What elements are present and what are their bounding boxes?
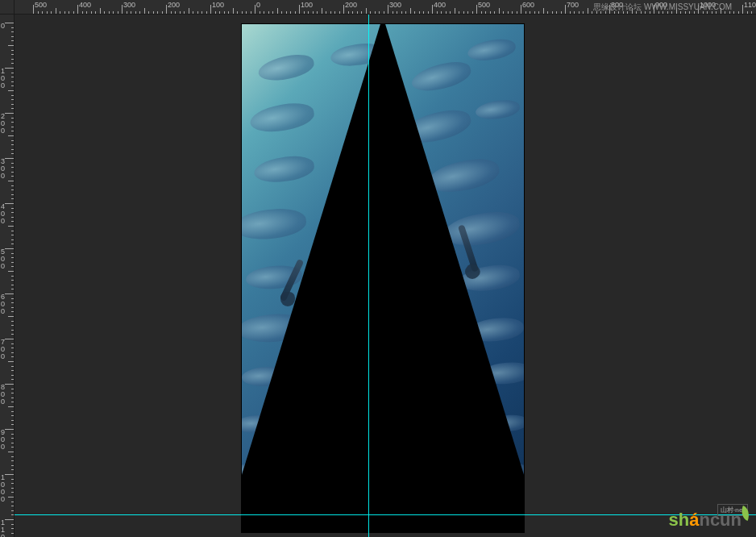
- document-canvas[interactable]: [242, 24, 524, 532]
- ruler-label: 1 1 0 0: [1, 519, 9, 537]
- watermark-top: 思缘设计论坛 WWW.MISSYUAN.COM: [593, 2, 732, 13]
- ruler-label: 500: [478, 1, 490, 9]
- ruler-label: 0: [256, 1, 260, 9]
- ruler-label: 0: [1, 23, 9, 30]
- ruler-label: 200: [168, 1, 180, 9]
- ruler-label: 400: [79, 1, 91, 9]
- vertical-ruler[interactable]: 01 0 02 0 03 0 04 0 05 0 06 0 07 0 08 0 …: [0, 15, 15, 537]
- ruler-label: 8 0 0: [1, 384, 9, 406]
- ruler-label: 1100: [744, 1, 756, 9]
- vertical-guide[interactable]: [368, 15, 369, 537]
- ruler-label: 4 0 0: [1, 203, 9, 225]
- triangle-shape-layer: [242, 24, 524, 532]
- ruler-label: 1 0 0: [1, 68, 9, 90]
- ruler-label: 100: [301, 1, 313, 9]
- ruler-corner: [0, 0, 15, 15]
- ruler-label: 600: [522, 1, 534, 9]
- ruler-label: 2 0 0: [1, 113, 9, 135]
- ruler-label: 3 0 0: [1, 158, 9, 180]
- ruler-label: 300: [389, 1, 401, 9]
- ruler-label: 1 0 0 0: [1, 474, 9, 503]
- ruler-label: 300: [123, 1, 135, 9]
- ruler-label: 200: [345, 1, 357, 9]
- watermark-logo: 山村·net sháncun: [669, 510, 749, 531]
- ruler-label: 500: [35, 1, 47, 9]
- ruler-label: 5 0 0: [1, 248, 9, 270]
- horizontal-guide[interactable]: [15, 514, 756, 515]
- ruler-label: 7 0 0: [1, 339, 9, 360]
- ruler-label: 100: [212, 1, 224, 9]
- ruler-label: 9 0 0: [1, 429, 9, 451]
- canvas-area[interactable]: [15, 15, 756, 537]
- ruler-label: 400: [434, 1, 446, 9]
- ruler-label: 6 0 0: [1, 293, 9, 315]
- ruler-label: 700: [567, 1, 579, 9]
